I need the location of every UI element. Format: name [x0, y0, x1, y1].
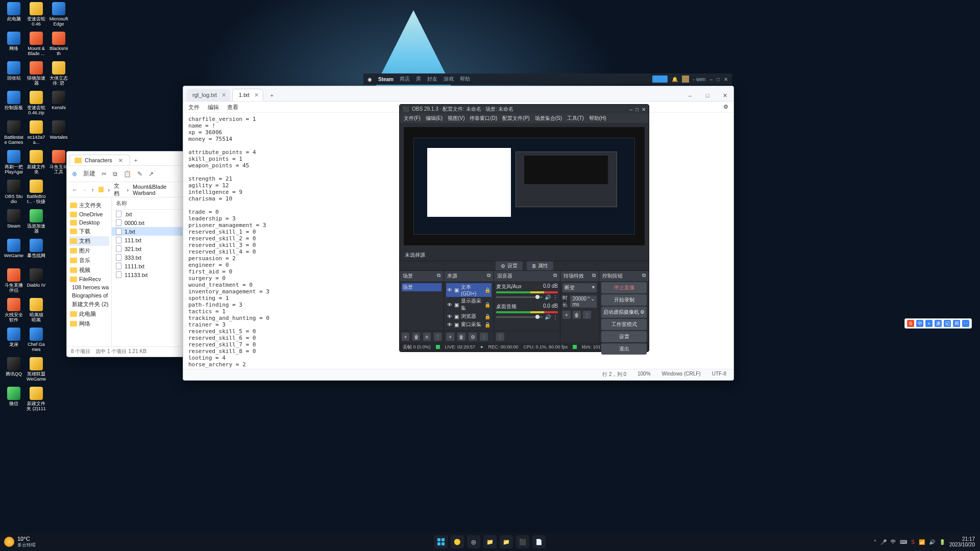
more-icon[interactable]: ⋮: [553, 314, 558, 320]
remove-icon[interactable]: 🗑: [457, 333, 465, 341]
sidebar-item[interactable]: 文档: [69, 236, 109, 246]
desktop-icon[interactable]: 新建文件夹 (2)111: [27, 387, 46, 414]
steam-username[interactable]: - wen: [693, 77, 705, 82]
desktop-icon[interactable]: BattleBrot... - 快捷方式: [27, 180, 46, 207]
start-button[interactable]: [434, 535, 448, 548]
more-icon[interactable]: ⋮: [434, 333, 442, 341]
ime-item[interactable]: ⋯: [962, 320, 969, 327]
desktop-icon[interactable]: 回收站: [4, 61, 23, 89]
ime-item[interactable]: 画: [953, 320, 960, 327]
copy-icon[interactable]: ⧉: [113, 170, 117, 178]
obs-titlebar[interactable]: ⬛ OBS 29.1.3 · 配置文件: 未命名 · 场景: 未命名 – □ ✕: [400, 105, 649, 114]
minimize-button[interactable]: –: [681, 90, 699, 101]
more-icon[interactable]: ⋮: [553, 294, 558, 300]
forward-icon[interactable]: →: [82, 187, 87, 193]
desktop-icon[interactable]: 网络: [4, 32, 23, 59]
obs-menu-item[interactable]: 视图(V): [448, 115, 464, 122]
filter-icon[interactable]: ≡: [423, 333, 431, 341]
popout-icon[interactable]: ⧉: [437, 272, 440, 280]
desktop-icon[interactable]: 英雄联盟WeGame版: [27, 357, 46, 385]
desktop-icon[interactable]: 新建文件夹: [27, 150, 46, 178]
add-icon[interactable]: +: [446, 333, 454, 341]
file-row[interactable]: 111.txt: [112, 236, 183, 244]
close-icon[interactable]: ✕: [222, 92, 226, 98]
tray-ime-zh-icon[interactable]: 中: [891, 538, 896, 545]
steam-menu-item[interactable]: 库: [416, 76, 421, 83]
obs-menu-item[interactable]: 文件(F): [404, 115, 421, 122]
desktop-icon[interactable]: 龙崖: [4, 328, 23, 355]
bell-icon[interactable]: 🔔: [672, 77, 678, 82]
add-icon[interactable]: +: [402, 333, 409, 341]
desktop-icon[interactable]: 再刷一把 PlayAgain: [4, 150, 23, 178]
steam-menu-item[interactable]: 好友: [427, 76, 437, 83]
avatar[interactable]: [682, 76, 689, 83]
close-icon[interactable]: ✕: [724, 77, 728, 82]
menu-item[interactable]: 查看: [227, 104, 238, 110]
steam-menu-item[interactable]: 帮助: [460, 76, 470, 83]
desktop-icon[interactable]: 火线安全软件: [4, 298, 23, 325]
volume-slider[interactable]: [496, 296, 543, 298]
file-row[interactable]: 1.txt: [112, 227, 183, 236]
ime-item[interactable]: 麦: [935, 320, 942, 327]
column-header-name[interactable]: 名称: [112, 197, 183, 210]
file-row[interactable]: 1111.txt: [112, 262, 183, 270]
more-icon[interactable]: ⋮: [496, 333, 504, 341]
volume-slider[interactable]: [496, 316, 543, 318]
eye-icon[interactable]: 👁: [447, 302, 452, 308]
obs-properties-button[interactable]: ⚙ 设置: [496, 261, 523, 270]
maximize-button[interactable]: □: [699, 90, 716, 101]
tray-wifi-icon[interactable]: 📶: [919, 539, 925, 545]
source-item[interactable]: 👁 ▣ 窗口采集 🔒: [446, 320, 492, 329]
obs-menu-item[interactable]: 工具(T): [567, 115, 584, 122]
tray-mic-icon[interactable]: 🎤: [880, 539, 887, 545]
file-row[interactable]: 321.txt: [112, 244, 183, 253]
desktop-icon[interactable]: ec142a7a...: [27, 120, 46, 148]
desktop-icon[interactable]: 猎物加速器: [27, 61, 46, 89]
back-icon[interactable]: ←: [72, 187, 78, 193]
menu-item[interactable]: 编辑: [208, 104, 219, 110]
obs-menu-item[interactable]: 配置文件(P): [502, 115, 529, 122]
task-explorer[interactable]: 📁: [483, 535, 497, 548]
close-icon[interactable]: ✕: [254, 92, 259, 98]
desktop-icon[interactable]: WeGame: [4, 239, 23, 266]
sidebar-item[interactable]: OneDrive: [69, 210, 109, 218]
sidebar-item[interactable]: 网络: [69, 319, 109, 329]
minimize-icon[interactable]: –: [709, 77, 713, 82]
desktop-icon[interactable]: 微信: [4, 387, 23, 414]
notepad-tab[interactable]: 1.txt✕: [232, 89, 263, 101]
gear-icon[interactable]: ⚙: [469, 333, 477, 341]
close-icon[interactable]: ✕: [118, 158, 122, 163]
eye-icon[interactable]: 👁: [447, 287, 452, 293]
lock-icon[interactable]: 🔒: [484, 287, 491, 293]
desktop-icon[interactable]: 变速齿轮 0.46.zip: [27, 91, 46, 118]
sidebar-item[interactable]: Biographies of T: [69, 291, 109, 299]
breadcrumb-docs[interactable]: 文档: [114, 182, 122, 197]
gear-icon[interactable]: ⚙: [640, 309, 645, 315]
desktop-icon[interactable]: 暗黑核 暗黑: [27, 298, 46, 325]
up-icon[interactable]: ↑: [91, 187, 94, 193]
ime-item[interactable]: »: [925, 320, 933, 327]
popout-icon[interactable]: ⧉: [487, 272, 491, 280]
desktop-icon[interactable]: 暴雪战网: [27, 239, 46, 266]
desktop-icon[interactable]: 大侠立志传: 碧血...: [49, 61, 68, 89]
source-item[interactable]: 👁 ▣ 显示器采集 🔒: [446, 297, 492, 312]
steam-menu-item[interactable]: 商店: [400, 76, 410, 83]
sidebar-item[interactable]: 此电脑: [69, 309, 109, 319]
maximize-icon[interactable]: □: [717, 77, 720, 82]
scene-item[interactable]: 场景: [402, 283, 442, 291]
desktop-icon[interactable]: 变速齿轮 0.46: [27, 2, 46, 30]
cut-icon[interactable]: ✂: [102, 170, 107, 178]
sidebar-item[interactable]: 主文件夹: [69, 201, 109, 210]
gear-icon[interactable]: ⚙: [723, 104, 728, 110]
ime-toolbar[interactable]: S 中»麦记画⋯: [904, 318, 972, 329]
sidebar-item[interactable]: 下载: [69, 227, 109, 236]
obs-preview[interactable]: [404, 127, 645, 245]
menu-item[interactable]: 文件: [188, 104, 200, 110]
control-button[interactable]: 启动虚拟摄像机 ⚙: [601, 307, 647, 318]
breadcrumb-mb[interactable]: Mount&Blade Warband: [133, 184, 178, 196]
task-obs[interactable]: ⬛: [516, 535, 529, 548]
lock-icon[interactable]: 🔒: [484, 314, 491, 319]
maximize-icon[interactable]: □: [635, 107, 639, 112]
obs-window[interactable]: ⬛ OBS 29.1.3 · 配置文件: 未命名 · 场景: 未命名 – □ ✕…: [399, 104, 649, 352]
tray-sound-icon[interactable]: 🔊: [929, 539, 935, 545]
